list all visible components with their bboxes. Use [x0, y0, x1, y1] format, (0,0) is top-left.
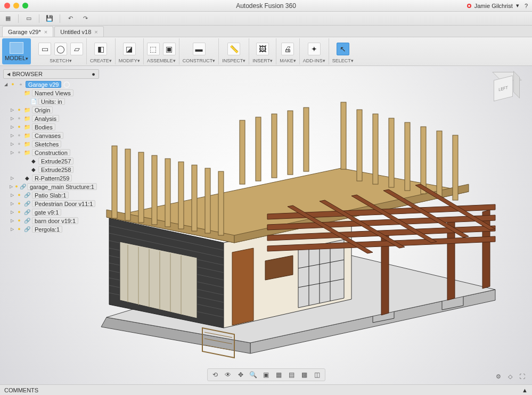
browser-header[interactable]: ◀ BROWSER ● [3, 69, 99, 79]
grid-icon[interactable]: ▩ [299, 370, 310, 380]
ribbon-label[interactable]: ADD-INS▾ [303, 58, 325, 63]
browser-item[interactable]: ◆Extrude258 [3, 165, 99, 174]
browser-root[interactable]: ◢ ● ▫ Garage v29 ◯ [3, 80, 99, 88]
help-icon[interactable]: ? [525, 3, 528, 9]
lightbulb-icon[interactable]: ● [16, 217, 22, 224]
lightbulb-icon[interactable]: ● [16, 115, 22, 121]
extrude-icon[interactable]: ◧ [94, 43, 107, 55]
snap-icon[interactable]: ◇ [505, 372, 515, 381]
lightbulb-icon[interactable]: ● [16, 141, 22, 147]
browser-item[interactable]: ▷◆R-Pattern259 [3, 174, 99, 182]
lightbulb-icon[interactable]: ● [16, 200, 22, 207]
ribbon-label[interactable]: CONSTRUCT▾ [183, 58, 216, 63]
browser-options-icon[interactable]: ● [92, 71, 95, 77]
select-icon[interactable]: ↖ [337, 43, 349, 55]
sketch-plane-icon[interactable]: ▱ [70, 43, 83, 55]
sketch-circle-icon[interactable]: ◯ [54, 43, 67, 55]
browser-item[interactable]: ▷●🔗Pergola:1 [3, 225, 99, 233]
lightbulb-icon[interactable]: ● [16, 192, 22, 198]
tab-untitled[interactable]: Untitled v18 × [54, 26, 104, 37]
insert-icon[interactable]: 🖼 [256, 43, 269, 55]
expand-icon[interactable]: ▷ [10, 133, 15, 138]
lightbulb-icon[interactable]: ● [16, 106, 22, 113]
expand-icon[interactable]: ▷ [10, 176, 15, 180]
pan-icon[interactable]: ✥ [235, 370, 246, 380]
lightbulb-icon[interactable] [16, 175, 22, 181]
measure-icon[interactable]: 📏 [227, 43, 240, 55]
orbit-icon[interactable]: ⟲ [210, 370, 220, 380]
expand-icon[interactable]: ▷ [10, 116, 15, 121]
lightbulb-icon[interactable]: ● [16, 124, 22, 130]
browser-item[interactable]: ▷●🔗Pedestrian Door v11:1 [3, 199, 99, 208]
ribbon-label[interactable]: MAKE▾ [280, 58, 296, 63]
ribbon-label[interactable]: SKETCH▾ [50, 58, 72, 63]
ribbon-label[interactable]: INSERT▾ [252, 58, 273, 63]
addins-icon[interactable]: ✦ [308, 43, 321, 55]
browser-item[interactable]: ▷●📁Analysis [3, 114, 99, 122]
display-icon[interactable]: ▦ [274, 370, 284, 380]
lightbulb-icon[interactable]: ● [10, 81, 16, 87]
ribbon-label[interactable]: INSPECT▾ [222, 58, 245, 63]
expand-icon[interactable]: ◢ [3, 82, 9, 87]
zoom-icon[interactable]: 🔍 [248, 370, 259, 380]
save-icon[interactable]: 💾 [45, 14, 54, 23]
redo-icon[interactable]: ↷ [80, 14, 90, 23]
ribbon-label[interactable]: MODIFY▾ [119, 58, 140, 63]
comments-bar[interactable]: COMMENTS ▲ [0, 384, 532, 395]
lightbulb-icon[interactable]: ● [16, 226, 22, 232]
lightbulb-icon[interactable] [16, 89, 22, 96]
expand-icon[interactable]: ▷ [10, 125, 15, 129]
browser-item[interactable]: ▷●📁Construction [3, 148, 99, 157]
look-icon[interactable]: 👁 [223, 370, 233, 380]
tab-garage[interactable]: Garage v29* × [2, 26, 53, 37]
chevron-down-icon[interactable]: ▾ [516, 2, 519, 9]
browser-item[interactable]: ▷●📁Bodies [3, 122, 99, 131]
component-icon[interactable]: ▣ [163, 43, 176, 55]
expand-icon[interactable]: ⛶ [517, 372, 527, 381]
ribbon-label[interactable]: SELECT▾ [332, 58, 354, 63]
lightbulb-icon[interactable]: ● [14, 183, 19, 190]
expand-icon[interactable]: ▷ [10, 142, 15, 146]
viewport-icon[interactable]: ◫ [312, 370, 323, 380]
close-icon[interactable]: × [94, 29, 97, 35]
expand-icon[interactable]: ▷ [10, 193, 15, 198]
chevron-up-icon[interactable]: ▲ [522, 387, 528, 393]
lightbulb-icon[interactable] [22, 98, 29, 104]
sketch-rect-icon[interactable]: ▭ [38, 43, 51, 55]
lightbulb-icon[interactable]: ● [16, 209, 22, 215]
expand-icon[interactable]: ▷ [10, 210, 15, 215]
browser-item[interactable]: ◆Extrude257 [3, 157, 99, 165]
effects-icon[interactable]: ▤ [287, 370, 297, 380]
expand-icon[interactable]: ▷ [10, 218, 15, 223]
lightbulb-icon[interactable]: ● [16, 132, 22, 138]
lightbulb-icon[interactable] [22, 158, 29, 164]
context-icon[interactable]: ◯ [63, 81, 70, 88]
browser-item[interactable]: 📁Named Views [3, 88, 99, 97]
browser-item[interactable]: ▷●🔗barn door v19:1 [3, 216, 99, 225]
close-icon[interactable]: × [44, 29, 47, 35]
collapse-icon[interactable]: ◀ [7, 72, 10, 77]
presspull-icon[interactable]: ◪ [123, 43, 136, 55]
record-icon[interactable] [467, 4, 471, 8]
window-minimize-icon[interactable] [13, 3, 19, 9]
make-icon[interactable]: 🖨 [281, 43, 294, 55]
expand-icon[interactable]: ▷ [10, 150, 15, 155]
assemble-icon[interactable]: ⬚ [147, 43, 160, 55]
expand-icon[interactable]: ▷ [10, 184, 13, 189]
workspace-switcher[interactable]: MODEL▾ [2, 38, 31, 64]
browser-item[interactable]: 📄Units: in [3, 97, 99, 105]
browser-item[interactable]: ▷●📁Sketches [3, 139, 99, 148]
browser-item[interactable]: ▷●📁Canvases [3, 131, 99, 139]
new-file-icon[interactable]: ▭ [24, 14, 34, 23]
ribbon-label[interactable]: ASSEMBLE▾ [147, 58, 176, 63]
expand-icon[interactable]: ▷ [10, 227, 15, 232]
lightbulb-icon[interactable] [22, 166, 29, 172]
window-zoom-icon[interactable] [22, 3, 28, 9]
user-name-label[interactable]: Jamie Gilchrist [474, 3, 513, 9]
settings-icon[interactable]: ⚙ [494, 372, 503, 381]
expand-icon[interactable]: ▷ [10, 201, 15, 206]
ribbon-label[interactable]: CREATE▾ [90, 58, 112, 63]
browser-item[interactable]: ▷●🔗garage_main Structure:1 [3, 182, 99, 191]
fit-icon[interactable]: ▣ [261, 370, 272, 380]
expand-icon[interactable]: ▷ [10, 108, 15, 112]
